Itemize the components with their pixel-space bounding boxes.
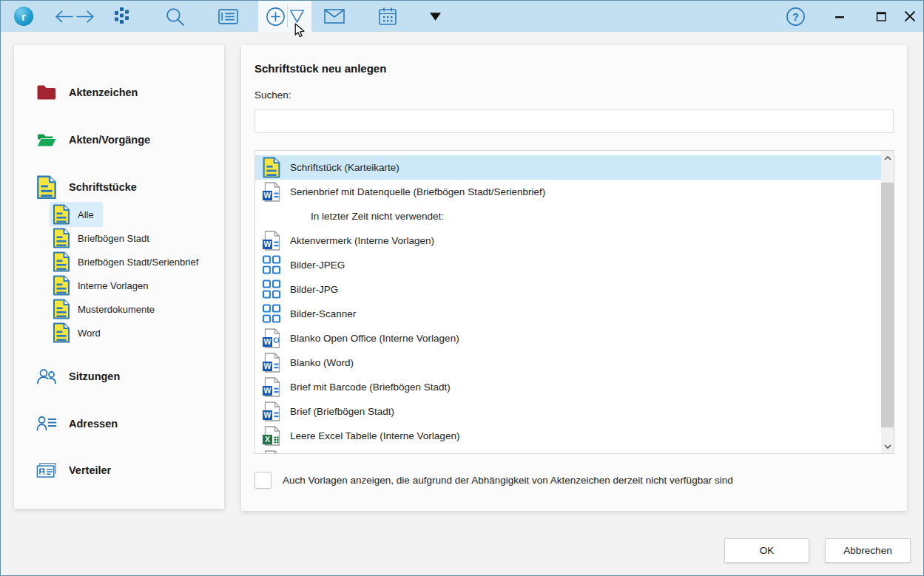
word-icon: W <box>262 450 281 454</box>
document-yellow-icon <box>262 157 281 178</box>
folder-red-icon <box>36 84 57 101</box>
app-grid-icon[interactable] <box>109 1 133 32</box>
help-icon[interactable]: ? <box>784 1 806 32</box>
show-unavailable-row: Auch Vorlagen anzeigen, die aufgrund der… <box>254 472 733 489</box>
svg-text:?: ? <box>792 10 799 22</box>
list-item-blanko-word[interactable]: WBlanko (Word) <box>255 350 881 375</box>
contact-card-icon <box>36 462 57 478</box>
sidebar-item-label: Aktenzeichen <box>69 87 138 98</box>
back-icon[interactable] <box>53 1 75 32</box>
sidebar-item-adressen[interactable]: Adressen <box>14 410 224 437</box>
calendar-icon[interactable] <box>376 1 399 32</box>
list-item-aktenvermerk-interne-vorlagen[interactable]: WAktenvermerk (Interne Vorlagen) <box>255 228 881 253</box>
list-item-label: Blanko Open Office (Interne Vorlagen) <box>290 333 459 344</box>
sidebar-item-schriftstuecke[interactable]: Schriftstücke <box>14 174 224 200</box>
list-item-label: Bilder-JPEG <box>290 260 345 271</box>
show-unavailable-label: Auch Vorlagen anzeigen, die aufgrund der… <box>283 475 733 486</box>
word-icon: W <box>262 230 281 251</box>
scrollbar-thumb[interactable] <box>881 183 894 427</box>
overview-card-icon[interactable] <box>216 1 240 32</box>
images-icon <box>262 254 281 276</box>
list-item-partial[interactable]: W <box>255 448 881 454</box>
list-item-label: Brief (Briefbögen Stadt) <box>290 406 394 417</box>
sidebar-item-briefboegen-stadt[interactable]: Briefbögen Stadt <box>14 227 224 249</box>
toolbar: r <box>1 1 923 32</box>
svg-text:W: W <box>264 386 272 395</box>
new-item-dropdown-icon[interactable] <box>289 9 305 24</box>
word-icon: W <box>262 352 281 373</box>
mouse-cursor <box>294 23 306 38</box>
document-yellow-icon <box>53 204 70 225</box>
people-icon <box>36 367 57 385</box>
openoffice-icon: W <box>262 328 281 349</box>
sidebar-item-aktenzeichen[interactable]: Aktenzeichen <box>14 79 224 106</box>
list-item-schriftstueck-karteikarte[interactable]: Schriftstück (Karteikarte) <box>255 155 881 180</box>
list-item-bilder-jpg[interactable]: Bilder-JPG <box>255 277 881 302</box>
sidebar-item-label: Interne Vorlagen <box>78 280 148 291</box>
images-icon <box>262 279 281 300</box>
list-item-brief-briefboegen-stadt[interactable]: WBrief (Briefbögen Stadt) <box>255 399 881 424</box>
list-item-label: Blanko (Word) <box>290 357 354 368</box>
list-group-header: In letzter Zeit nicht verwendet: <box>255 204 881 228</box>
list-item-label: Bilder-Scanner <box>290 308 356 319</box>
tab-separator <box>287 5 288 27</box>
show-unavailable-checkbox[interactable] <box>254 472 272 489</box>
dialog-title: Schriftstück neu anlegen <box>254 62 386 75</box>
minimize-icon[interactable] <box>829 1 850 32</box>
svg-text:W: W <box>264 191 272 200</box>
list-item-bilder-jpeg[interactable]: Bilder-JPEG <box>255 253 881 277</box>
scroll-up-icon[interactable] <box>881 152 894 164</box>
word-icon: W <box>262 376 281 398</box>
word-icon: W <box>262 181 281 203</box>
sidebar-item-sitzungen[interactable]: Sitzungen <box>14 363 224 390</box>
search-label: Suchen: <box>254 89 291 101</box>
list-item-label: Leere Excel Tabelle (Interne Vorlagen) <box>290 430 459 441</box>
list-item-brief-mit-barcode-briefboegen-stadt[interactable]: WBrief mit Barcode (Briefbögen Stadt) <box>255 375 881 399</box>
sidebar-item-alle[interactable]: Alle <box>14 203 224 226</box>
images-icon <box>262 303 281 325</box>
list-item-bilder-scanner[interactable]: Bilder-Scanner <box>255 302 881 326</box>
list-item-label: Bilder-JPG <box>290 284 338 295</box>
sidebar-item-label: Adressen <box>69 418 118 430</box>
document-yellow-icon <box>53 299 70 319</box>
mail-icon[interactable] <box>323 1 346 32</box>
group-header-label: In letzter Zeit nicht verwendet: <box>311 211 444 222</box>
list-item-label: Aktenvermerk (Interne Vorlagen) <box>290 235 434 246</box>
sidebar-item-word[interactable]: Word <box>14 322 224 344</box>
dropdown-arrow-icon[interactable] <box>426 1 444 32</box>
list-item-serienbrief-mit-datenquelle-briefboegen-stadt-serienbrief[interactable]: WSerienbrief mit Datenquelle (Briefbögen… <box>255 180 881 204</box>
sidebar-item-verteiler[interactable]: Verteiler <box>14 457 224 484</box>
scroll-down-icon[interactable] <box>881 440 894 453</box>
document-yellow-icon <box>53 228 70 248</box>
close-icon[interactable] <box>899 1 921 32</box>
search-input[interactable] <box>254 109 894 133</box>
list-item-blanko-open-office-interne-vorlagen[interactable]: WBlanko Open Office (Interne Vorlagen) <box>255 326 881 350</box>
list-item-label: Schriftstück (Karteikarte) <box>290 162 399 173</box>
maximize-icon[interactable] <box>871 1 891 32</box>
list-item-leere-excel-tabelle-interne-vorlagen[interactable]: XLeere Excel Tabelle (Interne Vorlagen) <box>255 424 881 448</box>
sidebar-item-label: Word <box>78 328 101 339</box>
sidebar-item-label: Verteiler <box>69 464 111 476</box>
sidebar-item-interne-vorlagen[interactable]: Interne Vorlagen <box>14 274 224 297</box>
svg-text:W: W <box>264 362 272 370</box>
new-item-icon[interactable] <box>266 7 286 27</box>
sidebar-item-akten-vorgaenge[interactable]: Akten/Vorgänge <box>14 126 224 153</box>
search-icon[interactable] <box>163 1 186 32</box>
new-document-dialog: Schriftstück neu anlegen Suchen: Schrift… <box>241 45 907 511</box>
folder-open-green-icon <box>36 131 57 149</box>
document-yellow-icon <box>36 175 57 200</box>
sidebar-item-musterdokumente[interactable]: Musterdokumente <box>14 298 224 320</box>
sidebar-item-briefboegen-stadt-serienbrief[interactable]: Briefbögen Stadt/Serienbrief <box>14 251 224 273</box>
forward-icon[interactable] <box>74 1 96 32</box>
sidebar-item-label: Briefbögen Stadt <box>78 233 149 244</box>
svg-text:W: W <box>264 240 272 248</box>
ok-button[interactable]: OK <box>724 538 809 563</box>
svg-text:r: r <box>21 11 26 23</box>
sidebar-item-label: Akten/Vorgänge <box>69 134 150 146</box>
vertical-scrollbar[interactable] <box>881 151 894 453</box>
document-yellow-icon <box>53 322 70 343</box>
sidebar-item-label: Alle <box>78 209 94 220</box>
sidebar-item-label: Schriftstücke <box>69 181 137 193</box>
list-item-label: Serienbrief mit Datenquelle (Briefbögen … <box>290 186 545 197</box>
cancel-button[interactable]: Abbrechen <box>825 538 911 563</box>
